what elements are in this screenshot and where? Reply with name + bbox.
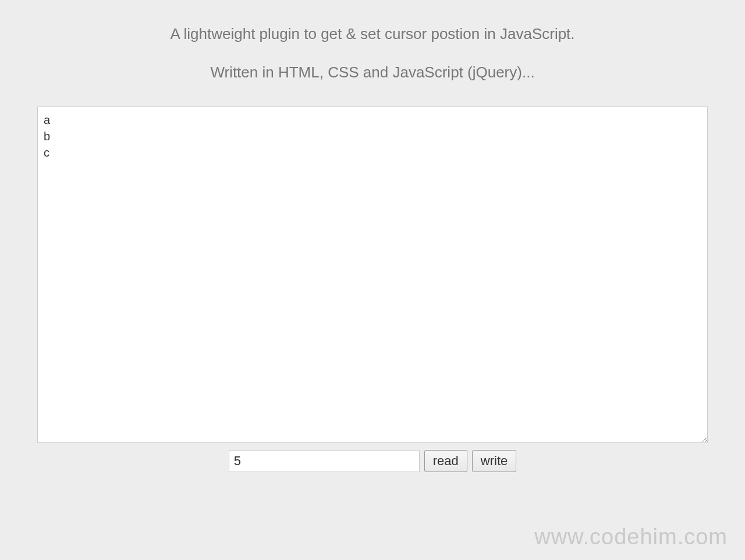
page-title: A lightweight plugin to get & set cursor… xyxy=(37,23,708,44)
controls-row: read write xyxy=(37,450,708,472)
main-textarea[interactable] xyxy=(37,107,708,443)
position-input[interactable] xyxy=(229,450,420,472)
read-button[interactable]: read xyxy=(424,450,467,472)
write-button[interactable]: write xyxy=(472,450,516,472)
watermark-text: www.codehim.com xyxy=(534,524,728,550)
page-subtitle: Written in HTML, CSS and JavaScript (jQu… xyxy=(37,62,708,83)
